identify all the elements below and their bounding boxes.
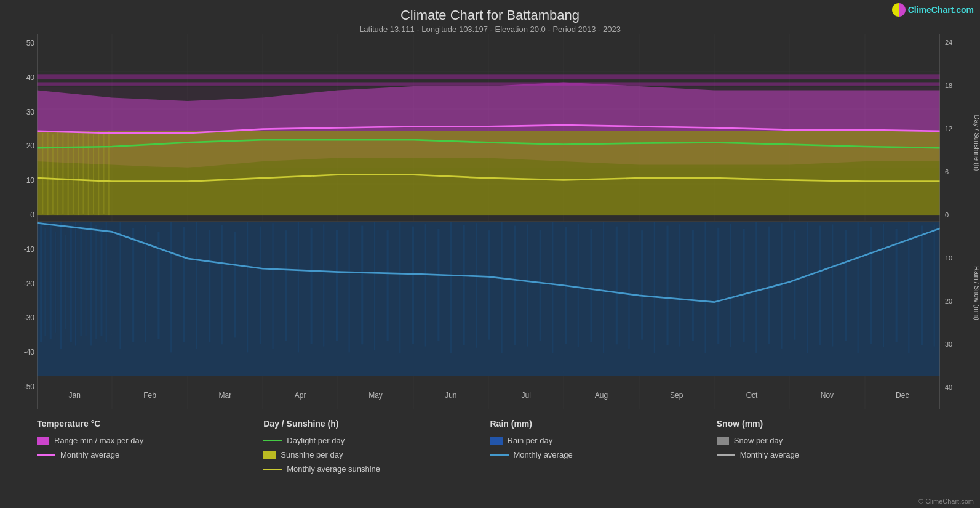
y-tick-10: 10 — [2, 176, 34, 185]
legend-rain-per-day-label: Rain per day — [508, 436, 553, 445]
watermark: © ClimeChart.com — [918, 498, 974, 505]
legend-snow-avg-label: Monthly average — [740, 450, 799, 459]
logo-text-top: ClimeChart.com — [908, 5, 974, 15]
legend-rain-avg-label: Monthly average — [514, 450, 573, 459]
chart-area: 50 40 30 20 10 0 -10 -20 -30 -40 -50 Cli… — [0, 34, 980, 409]
legend-rain-title: Rain (mm) — [490, 419, 717, 429]
svg-rect-45 — [234, 232, 236, 337]
y-tick-0: 0 — [2, 211, 34, 219]
month-apr: Apr — [263, 391, 338, 409]
legend-rain-avg: Monthly average — [490, 450, 717, 459]
right-axis-label-top: Day / Sunshine (h) — [973, 106, 980, 180]
month-mar: Mar — [188, 391, 263, 409]
legend-sunshine-per-day-label: Sunshine per day — [281, 450, 343, 459]
svg-rect-52 — [323, 224, 324, 346]
svg-rect-70 — [552, 222, 553, 353]
legend-temp-avg-label: Monthly average — [60, 450, 119, 459]
y-tick-m20: -20 — [2, 280, 34, 288]
svg-rect-34 — [100, 228, 102, 336]
legend-area: Temperature °C Range min / max per day M… — [0, 409, 980, 508]
legend-temp-range: Range min / max per day — [37, 436, 263, 445]
y-tick-m50: -50 — [2, 382, 34, 391]
svg-rect-111 — [62, 133, 63, 214]
month-jun: Jun — [413, 391, 488, 409]
right-tick-18: 18 — [945, 82, 978, 89]
svg-rect-40 — [170, 222, 172, 352]
legend-daylight-label: Daylight per day — [287, 436, 345, 445]
svg-rect-58 — [399, 222, 400, 353]
svg-rect-67 — [514, 226, 516, 345]
logo-top-right: ClimeChart.com — [892, 3, 974, 17]
y-axis-left: 50 40 30 20 10 0 -10 -20 -30 -40 -50 — [0, 34, 37, 409]
svg-rect-88 — [781, 223, 783, 349]
chart-title-area: Climate Chart for Battambang Latitude 13… — [0, 0, 980, 34]
svg-rect-62 — [450, 222, 452, 353]
svg-rect-86 — [755, 222, 757, 353]
svg-rect-78 — [654, 222, 655, 353]
svg-rect-116 — [88, 131, 89, 215]
svg-rect-41 — [183, 227, 185, 342]
svg-rect-110 — [57, 131, 58, 215]
svg-rect-35 — [106, 222, 107, 342]
month-oct: Oct — [714, 391, 789, 409]
right-axis-label-bottom: Rain / Snow (mm) — [973, 256, 980, 330]
y-tick-50: 50 — [2, 39, 34, 47]
svg-rect-54 — [349, 222, 350, 352]
legend-sunshine-avg: Monthly average sunshine — [263, 464, 490, 474]
svg-rect-66 — [501, 222, 503, 353]
svg-rect-90 — [807, 222, 808, 353]
svg-rect-64 — [476, 223, 477, 348]
svg-rect-49 — [285, 230, 287, 341]
svg-rect-108 — [47, 131, 49, 215]
svg-rect-37 — [132, 228, 134, 342]
month-sep: Sep — [639, 391, 714, 409]
svg-rect-42 — [196, 222, 197, 349]
svg-rect-73 — [590, 229, 592, 342]
svg-rect-32 — [90, 222, 92, 346]
y-tick-m10: -10 — [2, 245, 34, 254]
svg-rect-76 — [628, 223, 629, 349]
legend-temp-range-label: Range min / max per day — [54, 436, 143, 445]
legend-rain-swatch — [490, 437, 503, 445]
svg-rect-109 — [52, 134, 54, 214]
month-jan: Jan — [37, 391, 112, 409]
svg-rect-55 — [361, 226, 363, 345]
legend-snow: Snow (mm) Snow per day Monthly average — [717, 419, 943, 499]
svg-rect-38 — [145, 225, 146, 342]
svg-rect-25 — [55, 232, 56, 332]
legend-sunshine-avg-label: Monthly average sunshine — [287, 464, 380, 474]
svg-rect-65 — [488, 230, 490, 340]
legend-sunshine-title: Day / Sunshine (h) — [263, 419, 490, 429]
legend-rain-avg-line — [490, 454, 509, 456]
svg-rect-22 — [40, 222, 42, 342]
svg-rect-114 — [78, 131, 79, 215]
svg-rect-68 — [527, 224, 528, 346]
svg-rect-93 — [845, 230, 847, 341]
svg-rect-72 — [578, 224, 579, 347]
svg-rect-84 — [730, 224, 731, 347]
legend-temp-avg: Monthly average — [37, 450, 263, 459]
svg-rect-79 — [666, 226, 668, 345]
svg-rect-92 — [832, 224, 833, 346]
svg-rect-77 — [641, 230, 643, 340]
svg-rect-89 — [794, 230, 795, 340]
legend-temp-avg-line — [37, 454, 55, 456]
svg-rect-96 — [883, 224, 884, 347]
legend-daylight-line — [263, 440, 282, 441]
svg-rect-47 — [260, 227, 261, 344]
svg-rect-36 — [119, 222, 121, 349]
svg-rect-85 — [743, 229, 745, 342]
svg-rect-120 — [108, 131, 110, 215]
right-tick-30: 30 — [945, 341, 978, 348]
svg-rect-107 — [42, 133, 43, 214]
svg-rect-87 — [768, 227, 770, 344]
svg-rect-83 — [717, 228, 719, 344]
svg-rect-63 — [463, 225, 465, 345]
right-tick-40: 40 — [945, 384, 978, 391]
svg-rect-24 — [50, 225, 52, 339]
svg-rect-33 — [95, 225, 97, 339]
svg-rect-56 — [374, 222, 375, 350]
month-nov: Nov — [789, 391, 864, 409]
svg-rect-94 — [858, 222, 859, 353]
svg-rect-44 — [221, 225, 223, 344]
